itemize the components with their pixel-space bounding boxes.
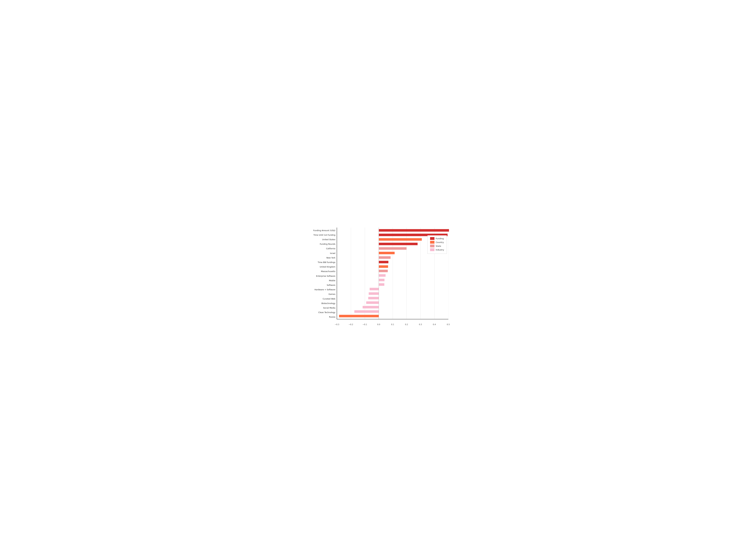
y-label: Funding Rounds: [308, 243, 337, 245]
x-tick-label: 0.0: [377, 324, 380, 326]
bar-row: [337, 229, 448, 232]
y-label: United States: [308, 239, 337, 241]
bar-row: [337, 279, 448, 282]
bar: [339, 315, 379, 317]
bar: [370, 288, 379, 290]
bar: [379, 243, 418, 245]
bar: [379, 252, 395, 254]
y-label: Funding Amount (US$): [308, 229, 337, 231]
bar: [379, 279, 385, 281]
bar: [354, 310, 379, 313]
y-labels: Funding Amount (US$)Time Until 1st Fundi…: [308, 227, 337, 324]
legend-label: State: [436, 245, 441, 247]
bar: [379, 261, 388, 263]
bar-row: [337, 306, 448, 309]
chart-area: Funding Amount (US$)Time Until 1st Fundi…: [308, 227, 448, 324]
bar-row: [337, 269, 448, 272]
y-label: Russia: [308, 316, 337, 318]
bar-row: [337, 297, 448, 300]
x-tick-label: −0.3: [335, 324, 339, 326]
y-label: Social Media: [308, 307, 337, 309]
bar-row: [337, 260, 448, 264]
bar-row: [337, 265, 448, 268]
y-label: Mobile: [308, 280, 337, 282]
y-label: United Kingdom: [308, 266, 337, 268]
legend-swatch: [430, 237, 434, 240]
bar: [379, 283, 384, 286]
y-label: Israel: [308, 252, 337, 254]
y-label: Massachusetts: [308, 270, 337, 272]
x-tick-label: −0.1: [362, 324, 367, 326]
bar: [366, 301, 379, 304]
bar-row: [337, 301, 448, 304]
legend-item: Funding: [430, 237, 444, 240]
legend-item: State: [430, 245, 444, 247]
x-tick-label: 0.2: [405, 324, 408, 326]
bar-row: [337, 283, 448, 286]
y-label: California: [308, 248, 337, 250]
bar: [363, 306, 379, 308]
bar: [379, 265, 388, 268]
bar: [379, 256, 391, 259]
chart-container: Funding Amount (US$)Time Until 1st Fundi…: [308, 224, 448, 331]
x-tick-label: 0.1: [391, 324, 394, 326]
legend-swatch: [430, 248, 434, 251]
y-label: Hardware + Software: [308, 289, 337, 291]
chart-title: [308, 224, 448, 226]
bar: [379, 270, 388, 272]
x-tick-label: 0.4: [433, 324, 436, 326]
bar-row: [337, 292, 448, 295]
bar: [379, 238, 422, 241]
y-label: New York: [308, 257, 337, 259]
bar-row: [337, 256, 448, 259]
bar-row: [337, 274, 448, 277]
bar: [369, 292, 379, 295]
y-label: Software: [308, 284, 337, 286]
bar: [379, 229, 449, 231]
y-label: Time Until 1st Funding: [308, 234, 337, 236]
bar-row: [337, 310, 448, 313]
bar: [368, 297, 379, 299]
legend: FundingCountryStateIndustry: [428, 236, 447, 254]
bar: [379, 247, 406, 250]
y-label: Clean Technology: [308, 311, 337, 313]
x-tick-label: 0.5: [447, 324, 450, 326]
legend-item: Industry: [430, 248, 444, 251]
y-label: Biotechnology: [308, 302, 337, 304]
legend-label: Country: [436, 241, 444, 244]
x-tick-label: −0.2: [349, 324, 353, 326]
x-tick-label: 0.3: [419, 324, 422, 326]
bar-row: [337, 288, 448, 291]
legend-item: Country: [430, 241, 444, 244]
legend-label: Industry: [436, 249, 444, 251]
legend-label: Funding: [436, 238, 444, 240]
y-label: Time BW fundings: [308, 261, 337, 263]
legend-swatch: [430, 241, 434, 244]
bar: [379, 274, 386, 277]
legend-swatch: [430, 245, 434, 247]
bar-row: [337, 314, 448, 317]
y-label: Games: [308, 293, 337, 295]
y-label: Enterprise Software: [308, 275, 337, 277]
y-label: Curated Web: [308, 298, 337, 300]
